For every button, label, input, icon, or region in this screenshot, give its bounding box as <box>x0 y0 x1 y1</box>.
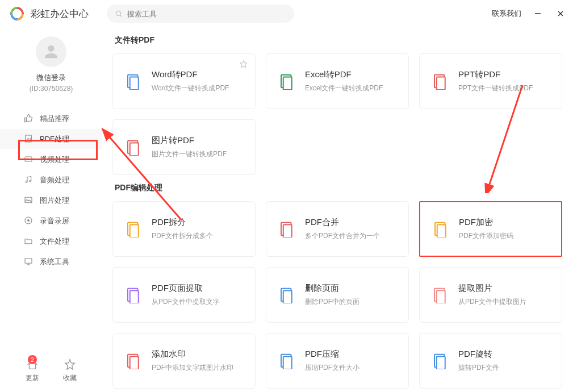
tool-card[interactable]: 删除页面 删除PDF中的页面 <box>266 267 409 323</box>
svg-rect-36 <box>283 291 292 304</box>
card-desc: 从PDF文件中提取文字 <box>152 297 220 307</box>
svg-rect-34 <box>130 291 139 304</box>
card-desc: 压缩PDF文件大小 <box>305 363 359 373</box>
tool-card[interactable]: PDF压缩 压缩PDF文件大小 <box>266 333 409 389</box>
svg-rect-28 <box>130 225 139 238</box>
card-title: 添加水印 <box>152 349 233 360</box>
card-desc: Excel文件一键转换成PDF <box>305 84 383 93</box>
card-icon <box>278 286 296 304</box>
nav-item-label: 音频处理 <box>40 175 69 185</box>
nav-item-4[interactable]: 图片处理 <box>0 190 102 211</box>
tool-card[interactable]: 提取图片 从PDF文件中提取图片 <box>419 267 562 323</box>
card-desc: 旋转PDF文件 <box>458 363 499 373</box>
nav-item-label: 文件处理 <box>40 236 69 247</box>
app-title: 彩虹办公中心 <box>31 7 89 20</box>
nav-item-7[interactable]: 系统工具 <box>0 252 102 272</box>
search-icon <box>115 10 123 18</box>
app-logo <box>10 7 24 20</box>
sidebar: 微信登录 (ID:30750628) 精品推荐PDFPDF处理视频处理音频处理图… <box>0 27 102 392</box>
svg-point-11 <box>26 181 27 182</box>
card-title: Excel转PDF <box>305 69 383 80</box>
tool-card[interactable]: Excel转PDF Excel文件一键转换成PDF <box>266 53 409 109</box>
svg-rect-40 <box>130 357 139 370</box>
card-icon <box>432 220 450 238</box>
card-title: PDF合并 <box>305 217 380 228</box>
svg-point-6 <box>48 45 54 52</box>
tool-card[interactable]: PDF加密 PDF文件添加密码 <box>419 201 562 257</box>
card-icon <box>278 220 296 238</box>
close-button[interactable] <box>554 7 567 20</box>
contact-us-link[interactable]: 联系我们 <box>492 9 521 19</box>
svg-rect-20 <box>130 77 139 90</box>
avatar[interactable] <box>36 36 66 67</box>
tool-card[interactable]: 添加水印 PDF中添加文字或图片水印 <box>112 333 256 389</box>
search-box[interactable] <box>107 5 294 23</box>
tool-card[interactable]: PDF旋转 旋转PDF文件 <box>419 333 562 389</box>
minimize-button[interactable] <box>532 7 544 20</box>
card-icon <box>124 220 143 238</box>
card-desc: 删除PDF中的页面 <box>305 297 359 307</box>
video-icon <box>24 155 33 165</box>
card-title: PDF压缩 <box>305 349 359 360</box>
svg-point-15 <box>27 219 30 222</box>
nav-item-label: 视频处理 <box>40 155 69 165</box>
card-title: Word转PDF <box>152 69 229 80</box>
card-desc: Word文件一键转换成PDF <box>152 84 229 93</box>
login-id: (ID:30750628) <box>30 85 73 93</box>
bottom-bar: 2 更新 收藏 <box>0 348 102 392</box>
svg-rect-24 <box>437 77 445 90</box>
svg-rect-44 <box>437 357 445 370</box>
main-content: 文件转PDF Word转PDF Word文件一键转换成PDF Excel转PDF… <box>102 27 577 392</box>
card-desc: 从PDF文件中提取图片 <box>458 297 526 307</box>
thumbs-up-icon <box>24 114 33 124</box>
card-desc: PDF中添加文字或图片水印 <box>152 363 233 373</box>
search-input[interactable] <box>127 10 286 18</box>
nav: 精品推荐PDFPDF处理视频处理音频处理图片处理录音录屏文件处理系统工具 <box>0 109 102 272</box>
tool-card[interactable]: PPT转PDF PPT文件一键转换成PDF <box>419 53 562 109</box>
card-grid: Word转PDF Word文件一键转换成PDF Excel转PDF Excel文… <box>112 53 562 175</box>
tool-card[interactable]: PDF页面提取 从PDF文件中提取文字 <box>112 267 256 323</box>
svg-rect-22 <box>283 77 292 90</box>
tool-card[interactable]: Word转PDF Word文件一键转换成PDF <box>112 53 256 109</box>
card-title: PDF页面提取 <box>152 283 220 294</box>
favorite-button[interactable]: 收藏 <box>63 358 77 383</box>
update-button[interactable]: 2 更新 <box>26 358 39 383</box>
nav-item-0[interactable]: 精品推荐 <box>0 109 102 129</box>
card-desc: PDF文件添加密码 <box>459 231 513 241</box>
card-icon <box>431 286 449 304</box>
login-label[interactable]: 微信登录 <box>36 73 66 83</box>
update-badge: 2 <box>28 355 37 364</box>
nav-item-5[interactable]: 录音录屏 <box>0 211 102 231</box>
svg-line-2 <box>120 15 122 17</box>
section-title: 文件转PDF <box>115 35 562 45</box>
nav-item-label: 精品推荐 <box>40 114 69 124</box>
card-grid: PDF拆分 PDF文件拆分成多个 PDF合并 多个PDF文件合并为一个 PDF加… <box>112 201 562 389</box>
card-title: 提取图片 <box>458 283 526 294</box>
tool-card[interactable]: 图片转PDF 图片文件一键转换成PDF <box>112 119 256 175</box>
card-icon <box>431 72 449 90</box>
star-icon[interactable] <box>239 60 248 71</box>
nav-item-3[interactable]: 音频处理 <box>0 170 102 190</box>
card-icon <box>278 72 296 90</box>
nav-item-6[interactable]: 文件处理 <box>0 231 102 252</box>
nav-item-label: 录音录屏 <box>40 216 69 226</box>
nav-item-label: 图片处理 <box>40 195 69 206</box>
svg-rect-26 <box>130 143 139 156</box>
svg-rect-42 <box>283 357 292 370</box>
image-icon <box>24 195 33 206</box>
section-title: PDF编辑处理 <box>115 183 562 193</box>
card-icon <box>124 286 143 304</box>
nav-item-1[interactable]: PDFPDF处理 <box>0 129 102 149</box>
svg-rect-30 <box>283 225 292 238</box>
tool-card[interactable]: PDF拆分 PDF文件拆分成多个 <box>112 201 256 257</box>
favorite-label: 收藏 <box>63 373 77 383</box>
card-icon <box>124 138 143 156</box>
tool-card[interactable]: PDF合并 多个PDF文件合并为一个 <box>266 201 409 257</box>
folder-icon <box>24 236 33 247</box>
card-title: PDF拆分 <box>152 217 213 228</box>
card-icon <box>431 352 449 370</box>
nav-item-2[interactable]: 视频处理 <box>0 149 102 170</box>
svg-rect-16 <box>25 258 32 263</box>
card-desc: PDF文件拆分成多个 <box>152 231 213 241</box>
svg-rect-32 <box>437 225 446 238</box>
